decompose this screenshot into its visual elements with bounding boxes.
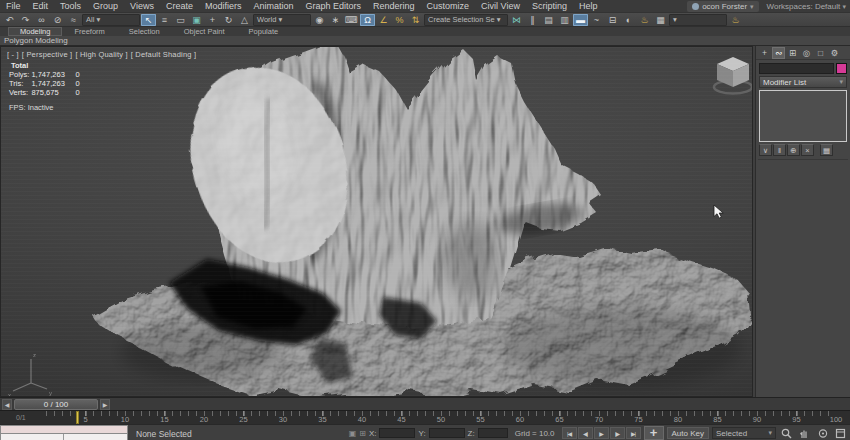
next-frame-button[interactable]: |▶ [610, 427, 625, 439]
object-color-swatch[interactable] [836, 63, 847, 74]
angle-snap-toggle-icon[interactable]: ∠ [376, 14, 391, 26]
use-pivot-point-center-icon[interactable]: ◉ [312, 14, 327, 26]
orbit-tool-icon[interactable] [815, 427, 830, 439]
unlink-selection-icon[interactable]: ⊘ [50, 14, 65, 26]
bind-to-space-warp-icon[interactable]: ≈ [66, 14, 81, 26]
previous-frame-button[interactable]: ◀| [578, 427, 593, 439]
zoom-tool-icon[interactable] [779, 427, 794, 439]
select-and-move-icon[interactable]: + [205, 14, 220, 26]
remove-modifier-icon[interactable]: × [801, 144, 814, 156]
menu-item[interactable]: Help [573, 0, 604, 13]
toggle-layer-explorer-icon[interactable]: ▥ [557, 14, 572, 26]
menu-item[interactable]: Group [87, 0, 124, 13]
viewport-label-part[interactable]: [ - ] [7, 50, 19, 59]
select-and-link-icon[interactable]: ∞ [34, 14, 49, 26]
selection-filter-dropdown[interactable]: All ▾ [82, 14, 140, 26]
current-frame-marker[interactable] [76, 411, 79, 424]
menu-item[interactable]: Civil View [475, 0, 526, 13]
modify-tab[interactable]: ∾ [772, 47, 785, 59]
z-coordinate-field[interactable] [478, 428, 508, 438]
time-slider-handle[interactable]: 0 / 100 [14, 399, 98, 410]
undo-icon[interactable]: ↶ [2, 14, 17, 26]
toggle-ribbon-icon[interactable]: ▬ [573, 14, 588, 26]
motion-tab[interactable]: ◎ [800, 47, 813, 59]
user-account-dropdown[interactable]: ocon Forster ▾ [687, 1, 758, 12]
toggle-scene-explorer-icon[interactable]: ▤ [541, 14, 556, 26]
pan-tool-icon[interactable] [797, 427, 812, 439]
menu-item[interactable]: File [0, 0, 27, 13]
menu-item[interactable]: Tools [54, 0, 87, 13]
go-to-start-button[interactable]: |◀ [562, 427, 577, 439]
select-by-name-icon[interactable]: ≡ [157, 14, 172, 26]
selection-lock-toggle-icon[interactable]: ▣ [349, 429, 357, 438]
menu-item[interactable]: Rendering [367, 0, 421, 13]
menu-item[interactable]: Graph Editors [299, 0, 367, 13]
maxscript-mini-listener[interactable] [0, 434, 128, 440]
track-bar[interactable]: 0/1 510152025303540455055606570758085909… [0, 410, 850, 424]
schematic-view-icon[interactable]: ⊟ [605, 14, 620, 26]
select-and-manipulate-icon[interactable]: ∗ [328, 14, 343, 26]
menu-item[interactable]: Views [124, 0, 160, 13]
auto-key-button[interactable]: Auto Key [667, 427, 709, 439]
menu-item[interactable]: Animation [247, 0, 299, 13]
configure-modifier-sets-icon[interactable]: ▦ [820, 144, 833, 156]
ribbon-tab[interactable]: Selection [117, 27, 172, 36]
viewport-label-part[interactable]: [ Perspective ] [22, 50, 73, 59]
show-end-result-icon[interactable]: ‖ [773, 144, 786, 156]
maxscript-macro-recorder[interactable] [0, 425, 128, 434]
align-icon[interactable]: ∥ [525, 14, 540, 26]
viewport-label-part[interactable]: [ Default Shading ] [131, 50, 197, 59]
select-and-rotate-icon[interactable]: ↻ [221, 14, 236, 26]
absolute-offset-mode-toggle-icon[interactable]: ⊞ [359, 429, 366, 438]
display-tab[interactable]: □ [814, 47, 827, 59]
select-object-icon[interactable]: ↖ [141, 14, 156, 26]
redo-icon[interactable]: ↷ [18, 14, 33, 26]
spinner-snap-toggle-icon[interactable]: ⇅ [408, 14, 423, 26]
menu-item[interactable]: Modifiers [199, 0, 248, 13]
ribbon-tab[interactable]: Modeling [8, 27, 62, 36]
render-production-icon[interactable]: ♨ [728, 14, 743, 26]
play-button[interactable]: ▶ [594, 427, 609, 439]
percent-snap-toggle-icon[interactable]: % [392, 14, 407, 26]
previous-frame-arrow[interactable]: ◀ [2, 399, 12, 410]
curve-editor-icon[interactable]: ~ [589, 14, 604, 26]
named-selection-sets-combo[interactable]: Create Selection Se ▾ [424, 14, 508, 26]
material-editor-icon[interactable]: ◐ [621, 14, 636, 26]
workspace-dropdown[interactable]: Workspaces: Default ▾ [767, 2, 846, 11]
x-coordinate-field[interactable] [379, 428, 415, 438]
ribbon-tab[interactable]: Object Paint [172, 27, 237, 36]
window-crossing-toggle-icon[interactable]: ▣ [189, 14, 204, 26]
render-setup-icon[interactable]: ♨ [637, 14, 652, 26]
utilities-tab[interactable]: ⚙ [828, 47, 841, 59]
make-unique-icon[interactable]: ⊕ [787, 144, 800, 156]
modifier-stack-list[interactable] [759, 90, 847, 142]
select-and-scale-icon[interactable]: △ [237, 14, 252, 26]
rendered-frame-window-icon[interactable]: ▦ [653, 14, 668, 26]
viewport-canvas[interactable]: xyz [ - ][ Perspective ][ High Quality ]… [0, 46, 753, 397]
ribbon-tab[interactable]: Freeform [62, 27, 116, 36]
viewport-label[interactable]: [ - ][ Perspective ][ High Quality ][ De… [7, 50, 199, 59]
object-name-field[interactable] [759, 63, 834, 74]
keyboard-shortcut-override-icon[interactable]: ⌨ [344, 14, 359, 26]
render-preset-dropdown[interactable]: ▾ [669, 14, 727, 26]
go-to-end-button[interactable]: ▶| [626, 427, 641, 439]
menu-item[interactable]: Customize [421, 0, 476, 13]
reference-coordinate-system-dropdown[interactable]: World ▾ [253, 14, 311, 26]
menu-item[interactable]: Scripting [526, 0, 573, 13]
ribbon-tab[interactable]: Populate [237, 27, 291, 36]
maximize-viewport-toggle-icon[interactable] [833, 427, 848, 439]
key-filters-dropdown[interactable]: Selected ▾ [712, 427, 776, 439]
rectangular-selection-region-icon[interactable]: ▭ [173, 14, 188, 26]
pin-stack-icon[interactable]: ∨ [759, 144, 772, 156]
set-key-button[interactable]: + [644, 426, 664, 440]
snaps-toggle-icon[interactable]: Ω [360, 14, 375, 26]
viewport-label-part[interactable]: [ High Quality ] [75, 50, 127, 59]
y-coordinate-field[interactable] [429, 428, 465, 438]
next-frame-arrow[interactable]: ▶ [100, 399, 110, 410]
modifier-list-dropdown[interactable]: Modifier List ▾ [759, 76, 847, 88]
create-tab[interactable]: + [758, 47, 771, 59]
menu-item[interactable]: Edit [27, 0, 55, 13]
hierarchy-tab[interactable]: ⊞ [786, 47, 799, 59]
menu-item[interactable]: Create [160, 0, 199, 13]
ribbon-panel-bar[interactable]: Polygon Modeling [0, 36, 850, 46]
